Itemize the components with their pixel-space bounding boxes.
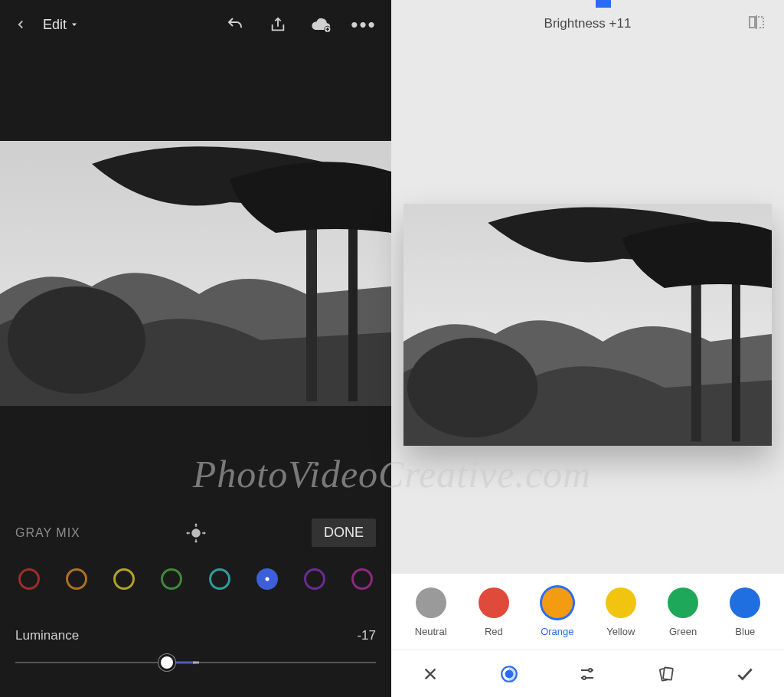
color-label: Red [485,626,503,637]
svg-point-15 [589,669,592,672]
swatch-teal[interactable] [209,568,230,590]
svg-point-16 [583,676,586,679]
swatch-purple[interactable] [304,568,325,590]
photo-placeholder-icon [403,204,772,446]
svg-point-10 [407,338,537,437]
color-filter-green[interactable]: Green [668,587,698,637]
gray-mix-label: GRAY MIX [15,526,80,540]
apply-button[interactable] [730,659,760,689]
svg-point-4 [8,286,145,394]
back-button[interactable] [14,18,28,31]
gray-mix-row: GRAY MIX DONE [15,519,376,547]
slider-thumb[interactable] [158,654,175,671]
svg-rect-8 [750,17,755,28]
undo-button[interactable] [221,11,249,38]
swatch-orange[interactable] [66,568,87,590]
lr-color-swatches [15,568,376,590]
caret-down-icon [70,20,79,29]
rp-bottom-controls: NeutralRedOrangeYellowGreenBlue [391,574,784,697]
lr-controls: GRAY MIX DONE Luminance -17 [0,406,391,697]
slider-label-row: Luminance -17 [15,628,376,643]
color-filter-yellow[interactable]: Yellow [606,587,636,637]
color-filter-orange[interactable]: Orange [541,587,573,637]
color-circle-icon [416,587,446,618]
compare-button[interactable] [747,13,766,34]
svg-point-7 [192,529,200,537]
styles-tool[interactable] [651,659,681,689]
rp-status-row: Brightness +11 [391,5,784,43]
photo-placeholder-icon [0,141,391,406]
slider-value: -17 [357,628,376,643]
tune-tool[interactable] [572,659,603,689]
more-button[interactable]: ••• [350,11,377,38]
adjustment-readout: Brightness +11 [544,16,632,31]
edit-label: Edit [43,17,67,33]
rp-toolbar [391,650,784,697]
color-filter-red[interactable]: Red [479,587,509,637]
luminance-slider[interactable] [15,651,376,674]
swatch-green[interactable] [161,568,182,590]
slider-name: Luminance [15,628,79,643]
swatch-yellow[interactable] [113,568,135,590]
lr-header: Edit ••• [0,0,391,49]
share-button[interactable] [264,11,292,38]
svg-point-14 [506,670,513,677]
snapseed-panel: Brightness +11 NeutralRedOrangeYellowGre… [391,0,784,697]
done-button[interactable]: DONE [312,519,376,547]
color-label: Yellow [606,626,635,637]
color-circle-icon [542,587,573,618]
rp-color-filters: NeutralRedOrangeYellowGreenBlue [391,587,784,642]
color-filter-neutral[interactable]: Neutral [415,587,447,637]
cancel-button[interactable] [415,659,446,689]
cloud-add-button[interactable] [307,11,335,38]
lightroom-panel: Edit ••• GRAY [0,0,391,697]
color-filter-tool[interactable] [494,659,524,689]
color-filter-blue[interactable]: Blue [730,587,760,637]
color-circle-icon [668,587,698,618]
color-label: Green [669,626,697,637]
rp-photo-canvas[interactable] [403,204,772,446]
svg-rect-18 [663,667,673,679]
swatch-blue[interactable] [256,568,278,590]
color-label: Neutral [415,626,447,637]
swatch-magenta[interactable] [351,568,373,590]
swatch-red[interactable] [18,568,40,590]
svg-marker-0 [72,24,77,27]
color-circle-icon [730,587,760,618]
slider-center-tick [193,662,199,664]
color-label: Blue [735,626,755,637]
lr-photo-canvas[interactable] [0,141,391,406]
edit-dropdown[interactable]: Edit [43,17,79,33]
color-label: Orange [541,626,573,637]
color-circle-icon [606,587,636,618]
color-circle-icon [479,587,509,618]
target-adjust-button[interactable] [183,520,209,546]
